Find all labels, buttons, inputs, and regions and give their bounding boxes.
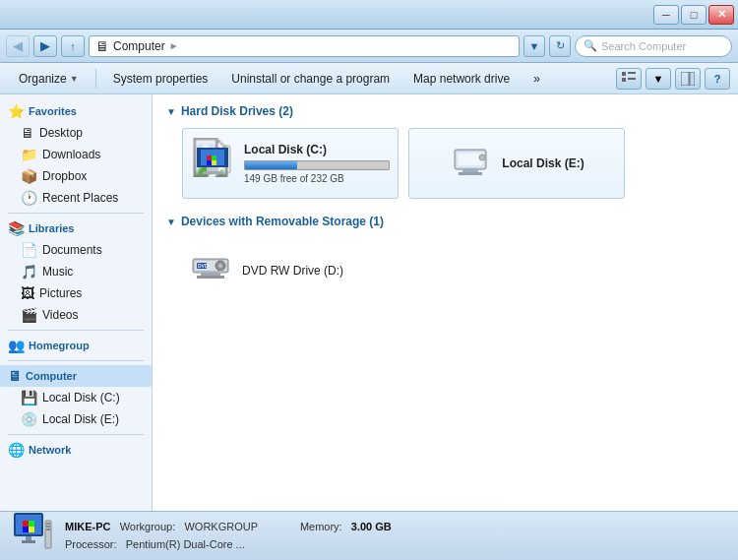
- dropbox-icon: 📦: [21, 168, 37, 184]
- status-processor-value: Pentium(R) Dual-Core ...: [126, 538, 245, 550]
- sidebar-divider-3: [8, 360, 144, 361]
- maximize-button[interactable]: □: [681, 5, 707, 25]
- sidebar-libraries-section: 📚 Libraries 📄 Documents 🎵 Music 🖼 Pictur…: [0, 218, 152, 326]
- organize-button[interactable]: Organize ▼: [8, 67, 90, 91]
- sidebar-computer-header[interactable]: 🖥 Computer: [0, 365, 152, 387]
- svg-rect-28: [195, 271, 226, 273]
- preview-pane-button[interactable]: [675, 68, 701, 90]
- sidebar-item-local-c[interactable]: 💾 Local Disk (C:): [0, 387, 152, 408]
- svg-rect-12: [207, 156, 212, 160]
- path-icon: 🖥: [95, 38, 109, 54]
- sidebar-divider-4: [8, 434, 144, 435]
- sidebar: ⭐ Favorites 🖥 Desktop 📁 Downloads 📦 Drop…: [0, 94, 153, 511]
- refresh-button[interactable]: ↻: [549, 35, 571, 57]
- sidebar-item-desktop[interactable]: 🖥 Desktop: [0, 122, 152, 144]
- drive-e-item[interactable]: Local Disk (E:): [408, 128, 625, 199]
- forward-button[interactable]: ▶: [33, 35, 57, 57]
- svg-rect-42: [46, 529, 50, 530]
- status-processor-label: Processor:: [65, 538, 117, 550]
- sidebar-item-recent-places[interactable]: 🕐 Recent Places: [0, 187, 152, 209]
- address-path[interactable]: 🖥 Computer ►: [89, 35, 520, 57]
- search-icon: 🔍: [584, 39, 597, 52]
- sidebar-network-header[interactable]: 🌐 Network: [0, 439, 152, 461]
- drive-c-bar: [245, 161, 297, 169]
- back-button[interactable]: ◀: [6, 35, 30, 57]
- view-details-button[interactable]: [616, 68, 642, 90]
- drive-e-name: Local Disk (E:): [502, 156, 584, 170]
- pictures-icon: 🖼: [21, 285, 34, 301]
- system-properties-label: System properties: [113, 72, 209, 86]
- recent-places-icon: 🕐: [21, 190, 37, 206]
- status-memory-value: 3.00 GB: [351, 521, 392, 532]
- uninstall-button[interactable]: Uninstall or change a program: [220, 67, 400, 91]
- toolbar-right: ▼ ?: [616, 68, 730, 90]
- sidebar-favorites-header[interactable]: ⭐ Favorites: [0, 100, 152, 122]
- svg-rect-35: [23, 527, 29, 532]
- status-memory-label: Memory:: [300, 521, 342, 532]
- content-area: ▼ Hard Disk Drives (2): [153, 94, 738, 511]
- svg-rect-20: [462, 169, 478, 172]
- minimize-button[interactable]: ─: [653, 5, 679, 25]
- address-dropdown[interactable]: ▼: [523, 35, 545, 57]
- map-network-label: Map network drive: [413, 72, 510, 86]
- videos-label: Videos: [42, 308, 78, 322]
- hard-disk-section-header[interactable]: ▼ Hard Disk Drives (2): [166, 104, 724, 118]
- sidebar-item-videos[interactable]: 🎬 Videos: [0, 304, 152, 326]
- dvd-drive-name: DVD RW Drive (D:): [242, 264, 343, 278]
- music-label: Music: [42, 265, 73, 279]
- status-info: MIKE-PC Workgroup: WORKGROUP Memory: 3.0…: [65, 519, 392, 553]
- svg-rect-34: [29, 521, 34, 527]
- system-properties-button[interactable]: System properties: [102, 67, 219, 91]
- up-button[interactable]: ↑: [61, 35, 85, 57]
- homegroup-label: Homegroup: [29, 340, 90, 351]
- svg-rect-10: [207, 167, 218, 171]
- svg-rect-5: [690, 72, 695, 86]
- sidebar-item-dropbox[interactable]: 📦 Dropbox: [0, 165, 152, 187]
- drive-c-item[interactable]: Local Disk (C:) 149 GB free of 232 GB: [182, 128, 399, 199]
- status-pc-icon: [12, 511, 53, 560]
- dvd-item[interactable]: DVD DVD RW Drive (D:): [182, 238, 399, 303]
- close-button[interactable]: ✕: [708, 5, 734, 25]
- hard-disk-section-label: Hard Disk Drives (2): [181, 104, 293, 118]
- search-box[interactable]: 🔍 Search Computer: [575, 35, 732, 57]
- svg-rect-0: [622, 72, 626, 76]
- drives-grid: Local Disk (C:) 149 GB free of 232 GB: [182, 128, 724, 199]
- computer-label: Computer: [26, 370, 77, 382]
- music-icon: 🎵: [21, 264, 37, 280]
- status-workgroup-label: Workgroup:: [120, 521, 176, 532]
- map-network-button[interactable]: Map network drive: [402, 67, 521, 91]
- view-dropdown-button[interactable]: ▼: [646, 68, 671, 90]
- status-pc-name: MIKE-PC: [65, 521, 110, 532]
- svg-rect-38: [22, 540, 35, 543]
- sidebar-item-documents[interactable]: 📄 Documents: [0, 239, 152, 261]
- libraries-icon: 📚: [8, 220, 25, 236]
- local-c-icon: 💾: [21, 390, 37, 405]
- sidebar-item-music[interactable]: 🎵 Music: [0, 261, 152, 282]
- drive-c-name: Local Disk (C:): [244, 143, 390, 156]
- svg-rect-1: [628, 72, 636, 74]
- sidebar-item-downloads[interactable]: 📁 Downloads: [0, 144, 152, 165]
- hdd-triangle-icon: ▼: [166, 106, 176, 117]
- sidebar-item-local-e[interactable]: 💿 Local Disk (E:): [0, 408, 152, 430]
- sidebar-divider-2: [8, 330, 144, 331]
- sidebar-homegroup-header[interactable]: 👥 Homegroup: [0, 335, 152, 356]
- svg-rect-4: [681, 72, 689, 86]
- sidebar-item-pictures[interactable]: 🖼 Pictures: [0, 282, 152, 304]
- organize-dropdown-arrow: ▼: [70, 74, 79, 84]
- svg-point-27: [218, 264, 222, 268]
- status-workgroup-value: WORKGROUP: [184, 521, 257, 532]
- svg-rect-40: [46, 523, 50, 525]
- toolbar-separator-1: [95, 69, 96, 89]
- dropbox-label: Dropbox: [42, 169, 87, 183]
- help-button[interactable]: ?: [705, 68, 730, 90]
- drive-c-info: Local Disk (C:) 149 GB free of 232 GB: [244, 143, 390, 184]
- removable-section-header[interactable]: ▼ Devices with Removable Storage (1): [166, 215, 724, 228]
- more-button[interactable]: »: [523, 67, 551, 91]
- sidebar-divider-1: [8, 213, 144, 214]
- documents-label: Documents: [42, 243, 102, 257]
- svg-rect-18: [459, 154, 482, 165]
- sidebar-libraries-header[interactable]: 📚 Libraries: [0, 218, 152, 239]
- more-label: »: [533, 72, 540, 86]
- svg-rect-36: [29, 527, 34, 532]
- downloads-icon: 📁: [21, 147, 37, 162]
